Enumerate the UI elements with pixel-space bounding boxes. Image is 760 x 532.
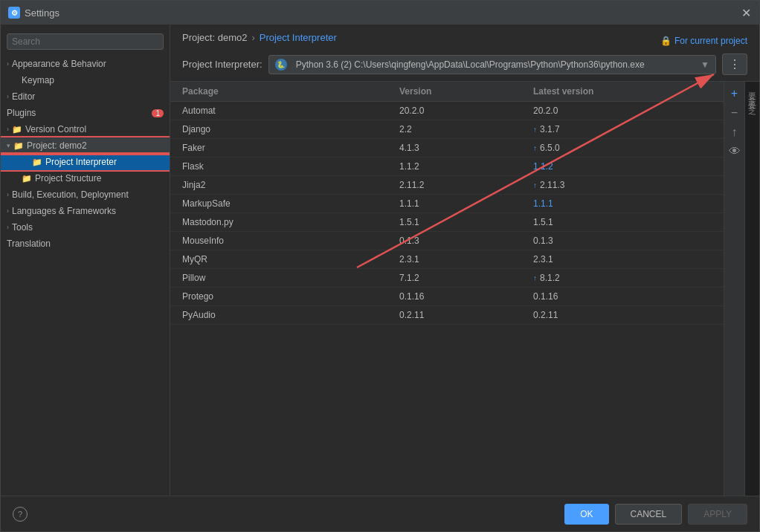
version-cell: 2.2: [399, 124, 533, 134]
chinese-char-2: 芝: [745, 89, 759, 92]
arrow-icon: ›: [7, 224, 9, 231]
sidebar-item-build--execution--deployment[interactable]: ›Build, Execution, Deployment: [1, 186, 170, 203]
sidebar-item-languages---frameworks[interactable]: ›Languages & Frameworks: [1, 203, 170, 219]
sidebar-item-label: Project Interpreter: [45, 157, 117, 167]
sidebar-item-translation[interactable]: Translation: [1, 236, 170, 252]
table-row[interactable]: Jinja2 2.11.2 ↑2.11.3: [170, 176, 724, 195]
chinese-char-1: 要: [745, 85, 759, 88]
view-package-button[interactable]: 👁: [726, 143, 744, 160]
package-name-cell: Django: [182, 124, 399, 134]
sidebar-item-editor[interactable]: ›Editor: [1, 88, 170, 105]
latest-version-cell: 20.2.0: [533, 106, 712, 116]
apply-button[interactable]: APPLY: [688, 504, 747, 525]
action-buttons-panel: + − ↑ 👁: [724, 82, 744, 496]
interpreter-row: Project Interpreter: 🐍 Python 3.6 (2) C:…: [182, 53, 747, 75]
arrow-icon: ›: [7, 126, 9, 133]
version-cell: 0.1.3: [399, 236, 533, 246]
chinese-char-4: 芝: [745, 98, 759, 101]
repo-icon: 📁: [12, 125, 22, 134]
sidebar-item-label: Keymap: [22, 75, 54, 85]
search-bar: [1, 30, 170, 53]
package-name-cell: MarkupSafe: [182, 198, 399, 209]
version-cell: 20.2.0: [399, 106, 533, 116]
ok-button[interactable]: OK: [564, 504, 608, 525]
repo-icon: 📁: [32, 158, 42, 167]
version-cell: 2.11.2: [399, 180, 533, 190]
table-row[interactable]: Automat 20.2.0 20.2.0: [170, 102, 724, 120]
close-button[interactable]: ✕: [740, 7, 752, 19]
sidebar: ›Appearance & BehaviorKeymap›EditorPlugi…: [1, 25, 170, 496]
add-package-button[interactable]: +: [726, 85, 744, 103]
table-area: Package Version Latest version Automat 2…: [170, 82, 724, 496]
sidebar-item-version-control[interactable]: ›📁Version Control: [1, 121, 170, 137]
footer-left: ?: [13, 507, 28, 522]
interpreter-name: Python 3.6 (2) C:\Users\qingfeng\AppData…: [296, 59, 696, 70]
table-row[interactable]: MouseInfo 0.1.3 0.1.3: [170, 232, 724, 250]
arrow-icon: ▾: [7, 142, 10, 149]
latest-version-cell: ↑3.1.7: [533, 124, 712, 134]
sidebar-item-label: Version Control: [25, 124, 86, 134]
table-row[interactable]: PyAudio 0.2.11 0.2.11: [170, 306, 724, 325]
sidebar-item-plugins[interactable]: Plugins1: [1, 105, 170, 121]
table-row[interactable]: Pillow 7.1.2 ↑8.1.2: [170, 269, 724, 288]
interpreter-select[interactable]: 🐍 Python 3.6 (2) C:\Users\qingfeng\AppDa…: [268, 55, 716, 74]
for-project-label: 🔒 For current project: [660, 36, 747, 46]
sidebar-item-project-interpreter[interactable]: 📁Project Interpreter: [1, 154, 170, 170]
upgrade-arrow-icon: ↑: [533, 126, 537, 134]
breadcrumb-arrow: ›: [251, 32, 254, 43]
arrow-icon: ›: [7, 93, 9, 100]
package-name-cell: Jinja2: [182, 180, 399, 190]
table-row[interactable]: Django 2.2 ↑3.1.7: [170, 120, 724, 139]
table-row[interactable]: MyQR 2.3.1 2.3.1: [170, 250, 724, 269]
help-icon: ?: [18, 510, 22, 519]
title-bar: ⚙ Settings ✕: [1, 1, 759, 25]
breadcrumb: Project: demo2 › Project Interpreter: [182, 32, 337, 43]
table-row[interactable]: MarkupSafe 1.1.1 1.1.1: [170, 195, 724, 213]
latest-version-cell: 0.1.16: [533, 291, 712, 302]
sidebar-items-container: ›Appearance & BehaviorKeymap›EditorPlugi…: [1, 56, 170, 252]
sidebar-item-project--demo2[interactable]: ▾📁Project: demo2: [1, 137, 170, 154]
sidebar-item-label: Translation: [7, 239, 51, 249]
settings-window: ⚙ Settings ✕ ›Appearance & BehaviorKeyma…: [0, 0, 760, 532]
sidebar-item-label: Build, Execution, Deployment: [12, 189, 129, 200]
package-name-cell: MyQR: [182, 254, 399, 265]
upgrade-package-button[interactable]: ↑: [726, 123, 744, 141]
remove-package-button[interactable]: −: [726, 104, 744, 122]
version-cell: 1.5.1: [399, 217, 533, 227]
lock-icon: 🔒: [660, 36, 672, 46]
sidebar-item-label: Tools: [12, 222, 33, 233]
sidebar-item-label: Project Structure: [35, 173, 101, 184]
sidebar-item-tools[interactable]: ›Tools: [1, 219, 170, 236]
chinese-chars-bar: 要 芝 要 芝: [744, 82, 759, 496]
table-row[interactable]: Protego 0.1.16 0.1.16: [170, 288, 724, 306]
package-name-cell: Flask: [182, 161, 399, 172]
table-row[interactable]: Flask 1.1.2 1.1.2: [170, 158, 724, 176]
sidebar-item-appearance---behavior[interactable]: ›Appearance & Behavior: [1, 56, 170, 72]
badge: 1: [152, 109, 164, 117]
right-panel: Project: demo2 › Project Interpreter 🔒 F…: [170, 25, 759, 496]
latest-version-cell: 2.3.1: [533, 254, 712, 265]
sidebar-item-label: Plugins: [7, 108, 36, 118]
search-input[interactable]: [7, 33, 164, 50]
col-latest: Latest version: [533, 86, 712, 97]
panel-header: Project: demo2 › Project Interpreter 🔒 F…: [170, 25, 759, 82]
latest-version-cell: 1.1.2: [533, 161, 712, 172]
cancel-button[interactable]: CANCEL: [615, 504, 683, 525]
footer: ? OK CANCEL APPLY: [1, 496, 759, 531]
latest-version-cell: ↑2.11.3: [533, 180, 712, 190]
package-name-cell: MouseInfo: [182, 236, 399, 246]
sidebar-item-keymap[interactable]: Keymap: [1, 72, 170, 88]
title-bar-left: ⚙ Settings: [8, 7, 59, 19]
breadcrumb-current: Project Interpreter: [260, 32, 337, 43]
interpreter-menu-button[interactable]: ⋮: [722, 53, 747, 75]
version-cell: 0.2.11: [399, 310, 533, 320]
table-row[interactable]: Faker 4.1.3 ↑6.5.0: [170, 139, 724, 158]
main-content: ›Appearance & BehaviorKeymap›EditorPlugi…: [1, 25, 759, 496]
help-button[interactable]: ?: [13, 507, 28, 522]
latest-version-cell: 0.1.3: [533, 236, 712, 246]
latest-version-cell: 1.5.1: [533, 217, 712, 227]
sidebar-item-project-structure[interactable]: 📁Project Structure: [1, 170, 170, 186]
sidebar-item-label: Languages & Frameworks: [12, 206, 116, 216]
sidebar-item-label: Project: demo2: [27, 140, 87, 151]
table-row[interactable]: Mastodon.py 1.5.1 1.5.1: [170, 213, 724, 232]
